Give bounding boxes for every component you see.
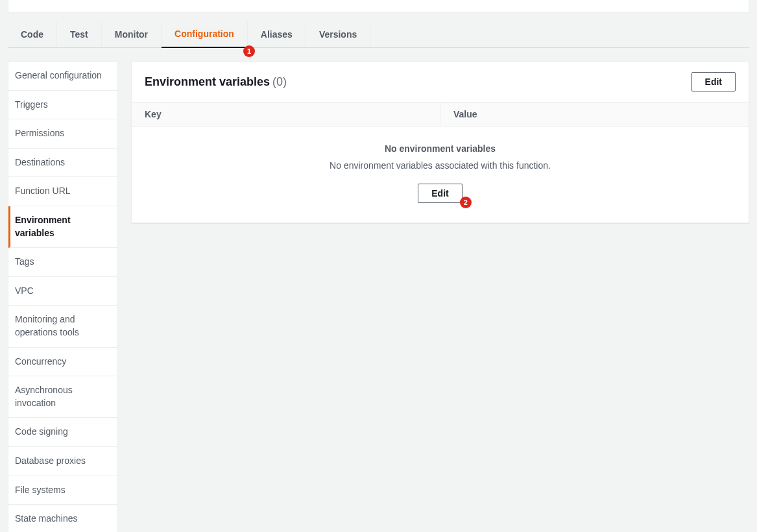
empty-state: No environment variables No environment …: [132, 127, 749, 223]
sidebar-item-monitoring-tools[interactable]: Monitoring and operations tools: [8, 306, 117, 347]
panel-title-count: (0): [272, 75, 287, 88]
config-sidebar: General configuration Triggers Permissio…: [8, 61, 118, 532]
sidebar-item-vpc[interactable]: VPC: [8, 277, 117, 306]
panel-header: Environment variables (0) Edit: [132, 62, 749, 103]
sidebar-item-permissions[interactable]: Permissions: [8, 119, 117, 149]
sidebar-item-database-proxies[interactable]: Database proxies: [8, 447, 117, 476]
sidebar-item-function-url[interactable]: Function URL: [8, 177, 117, 206]
top-panel-placeholder: [8, 0, 749, 13]
callout-badge-2: 2: [460, 197, 472, 208]
empty-desc: No environment variables associated with…: [145, 160, 736, 171]
tab-test[interactable]: Test: [57, 21, 102, 47]
content-row: General configuration Triggers Permissio…: [0, 48, 757, 532]
sidebar-item-triggers[interactable]: Triggers: [8, 91, 117, 120]
edit-button-header[interactable]: Edit: [691, 72, 736, 91]
empty-title: No environment variables: [145, 143, 736, 154]
tab-versions[interactable]: Versions: [306, 21, 370, 47]
sidebar-item-tags[interactable]: Tags: [8, 248, 117, 277]
sidebar-item-file-systems[interactable]: File systems: [8, 476, 117, 505]
tab-configuration[interactable]: Configuration: [162, 21, 248, 48]
edit-button-empty[interactable]: Edit: [418, 184, 462, 203]
tab-code[interactable]: Code: [8, 21, 57, 47]
column-value: Value: [440, 103, 749, 126]
sidebar-item-destinations[interactable]: Destinations: [8, 149, 117, 178]
sidebar-item-code-signing[interactable]: Code signing: [8, 418, 117, 447]
column-key: Key: [132, 103, 440, 126]
callout-badge-1: 1: [243, 45, 255, 57]
sidebar-item-general-configuration[interactable]: General configuration: [8, 62, 117, 91]
table-header: Key Value: [132, 103, 749, 127]
tabs-bar: Code Test Monitor Configuration Aliases …: [8, 21, 749, 48]
panel-title: Environment variables: [145, 75, 270, 88]
empty-button-wrap: Edit 2: [418, 184, 462, 203]
sidebar-item-async-invocation[interactable]: Asynchronous invocation: [8, 376, 117, 418]
sidebar-item-state-machines[interactable]: State machines: [8, 505, 117, 532]
tab-aliases[interactable]: Aliases: [248, 21, 306, 47]
sidebar-item-environment-variables[interactable]: Environment variables: [8, 206, 117, 248]
sidebar-item-concurrency[interactable]: Concurrency: [8, 348, 117, 377]
tab-monitor[interactable]: Monitor: [102, 21, 162, 47]
panel-title-wrap: Environment variables (0): [145, 75, 287, 89]
env-vars-panel: Environment variables (0) Edit Key Value…: [131, 61, 749, 223]
